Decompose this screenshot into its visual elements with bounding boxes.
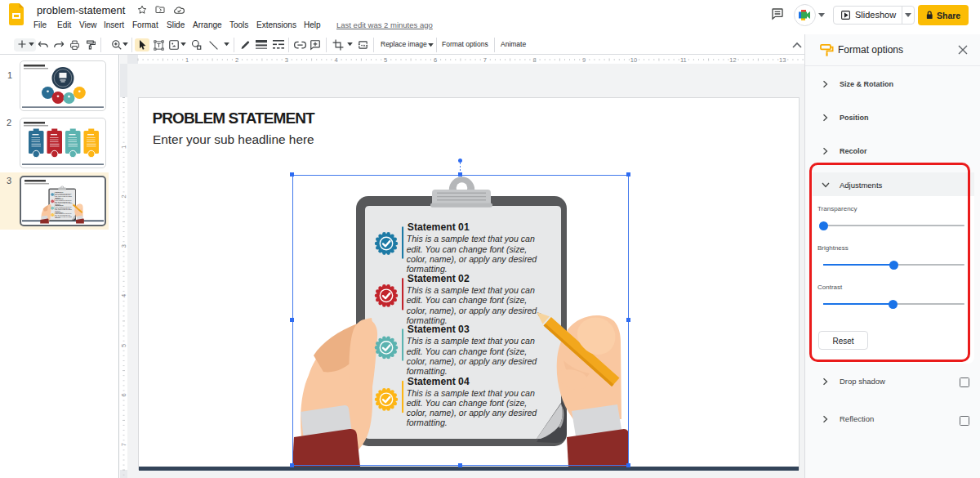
svg-text:4: 4 [334, 56, 337, 64]
svg-text:6: 6 [120, 393, 127, 396]
svg-text:13: 13 [779, 56, 786, 64]
svg-text:11: 11 [680, 56, 687, 64]
svg-text:3: 3 [285, 56, 288, 64]
svg-text:6: 6 [434, 56, 437, 64]
svg-text:7: 7 [483, 56, 487, 64]
svg-text:5: 5 [120, 344, 127, 347]
svg-text:12: 12 [729, 56, 736, 64]
svg-text:5: 5 [384, 56, 387, 64]
svg-text:2: 2 [235, 56, 238, 64]
svg-text:8: 8 [532, 56, 536, 64]
svg-text:10: 10 [630, 56, 637, 64]
svg-text:7: 7 [120, 443, 127, 446]
svg-text:1: 1 [185, 56, 189, 64]
svg-text:3: 3 [120, 244, 127, 248]
svg-text:9: 9 [582, 56, 586, 64]
svg-text:2: 2 [120, 194, 127, 198]
svg-text:4: 4 [120, 294, 127, 297]
svg-text:1: 1 [120, 145, 127, 149]
